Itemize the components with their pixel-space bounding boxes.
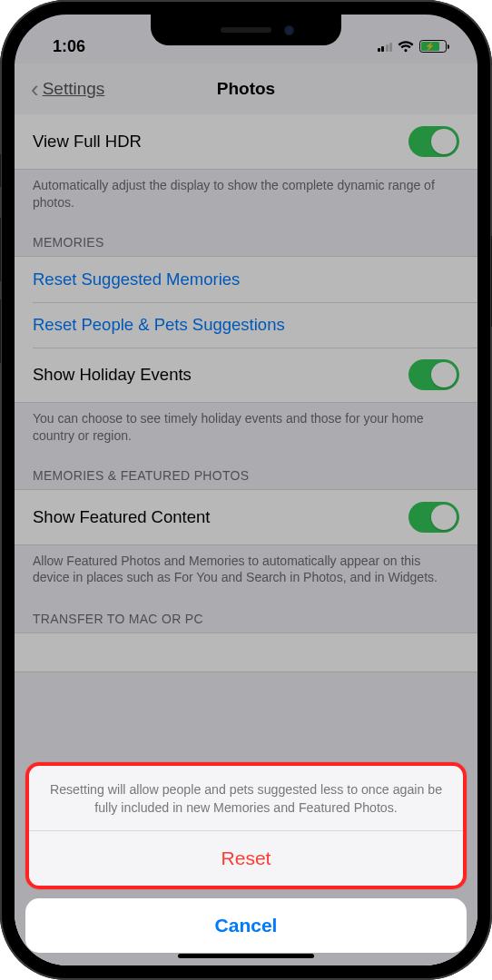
action-sheet-message: Resetting will allow people and pets sug…: [29, 766, 463, 831]
reset-button[interactable]: Reset: [29, 831, 463, 886]
cancel-button[interactable]: Cancel: [25, 898, 467, 953]
volume-up-button: [0, 218, 1, 281]
screen: 1:06 ⚡ ‹ Settings Photos: [15, 15, 477, 965]
home-indicator[interactable]: [178, 954, 314, 958]
action-sheet: Resetting will allow people and pets sug…: [25, 762, 467, 953]
side-button: [0, 154, 1, 187]
action-sheet-group: Resetting will allow people and pets sug…: [25, 762, 467, 889]
volume-down-button: [0, 299, 1, 363]
phone-frame: 1:06 ⚡ ‹ Settings Photos: [0, 0, 492, 980]
device-notch: [151, 15, 341, 45]
